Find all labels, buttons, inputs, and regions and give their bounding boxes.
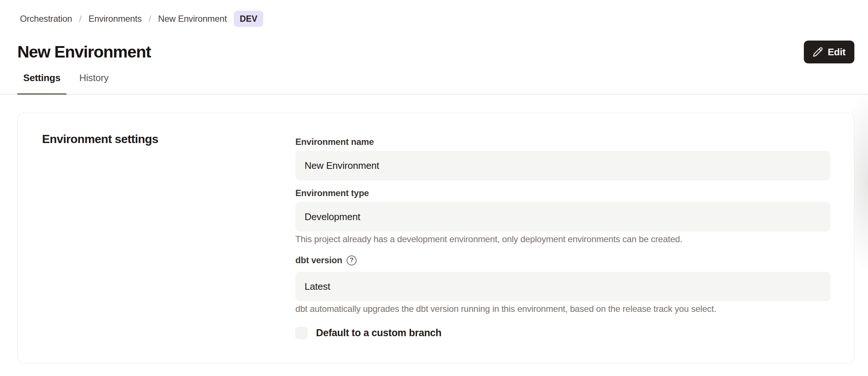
breadcrumb-item-environments[interactable]: Environments bbox=[88, 14, 142, 24]
dbt-version-helper-text: dbt automatically upgrades the dbt versi… bbox=[295, 303, 830, 314]
breadcrumb-separator: / bbox=[149, 14, 151, 24]
tab-history[interactable]: History bbox=[73, 72, 115, 95]
page-title: New Environment bbox=[17, 42, 151, 62]
environment-name-input[interactable] bbox=[295, 151, 830, 180]
custom-branch-checkbox-label: Default to a custom branch bbox=[316, 327, 441, 339]
tab-bar: Settings History bbox=[17, 72, 114, 95]
breadcrumb-separator: / bbox=[79, 14, 81, 24]
dbt-version-input[interactable] bbox=[295, 272, 830, 301]
environment-name-label: Environment name bbox=[295, 136, 830, 147]
breadcrumb: Orchestration / Environments / New Envir… bbox=[20, 10, 263, 27]
edit-button[interactable]: Edit bbox=[804, 41, 854, 63]
environment-settings-card: Environment settings Environment name En… bbox=[17, 113, 854, 363]
dbt-version-label-row: dbt version ? bbox=[295, 255, 830, 266]
custom-branch-row: Default to a custom branch bbox=[295, 327, 830, 339]
tab-settings[interactable]: Settings bbox=[17, 72, 66, 95]
edit-button-label: Edit bbox=[828, 46, 846, 58]
custom-branch-checkbox[interactable] bbox=[295, 327, 308, 339]
environment-type-helper-text: This project already has a development e… bbox=[295, 234, 830, 245]
pencil-icon bbox=[813, 47, 823, 57]
breadcrumb-item-current: New Environment bbox=[158, 14, 227, 24]
breadcrumb-item-orchestration[interactable]: Orchestration bbox=[20, 14, 72, 24]
page: Orchestration / Environments / New Envir… bbox=[0, 0, 868, 376]
environment-type-label: Environment type bbox=[295, 188, 830, 199]
page-header: New Environment Edit bbox=[17, 40, 854, 64]
help-icon[interactable]: ? bbox=[347, 255, 357, 265]
section-title: Environment settings bbox=[42, 132, 158, 146]
tab-divider bbox=[0, 94, 868, 95]
environment-settings-form: Environment name Environment type This p… bbox=[295, 136, 830, 339]
environment-type-input[interactable] bbox=[295, 202, 830, 231]
environment-type-badge: DEV bbox=[234, 11, 263, 27]
dbt-version-label: dbt version bbox=[295, 255, 342, 266]
